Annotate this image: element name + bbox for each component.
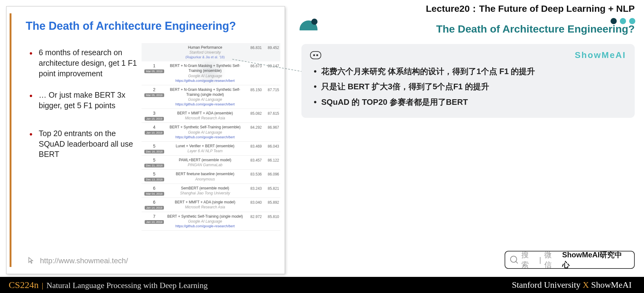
- lb-rank: 7: [153, 214, 156, 219]
- lb-org: Microsoft Research Asia: [166, 205, 244, 210]
- lb-date: Jan 15, 2019: [145, 117, 164, 121]
- lb-org: Anonymous: [166, 177, 244, 182]
- squad-leaderboard: Human Performance Stanford University (R…: [142, 43, 280, 231]
- lb-f1: 85.892: [262, 200, 279, 210]
- lb-em: 83.243: [244, 186, 262, 196]
- search-sep: |: [539, 255, 541, 264]
- search-bold: ShowMeAI研究中心: [562, 250, 629, 270]
- leaderboard-row: 5Dec 13, 2018BERT finetune baseline (ens…: [142, 170, 280, 184]
- leaderboard-header-row: Human Performance Stanford University (R…: [142, 43, 280, 61]
- lb-org: PINGAN GammaLab: [166, 162, 244, 167]
- course-name: Natural Language Processing with Deep Le…: [46, 281, 208, 290]
- lb-link: https://github.com/google-research/bert: [166, 78, 244, 83]
- search-hint-2: 微信: [544, 250, 559, 270]
- lb-em: 84.292: [244, 125, 262, 139]
- lb-rank: 6: [153, 186, 156, 191]
- lb-rank: 1: [153, 63, 156, 68]
- card-bullet: 只是让 BERT 扩大3倍，得到了5个点F1 的提升: [312, 79, 626, 94]
- lb-f1: 86.043: [262, 144, 279, 153]
- lb-org: Google AI Language: [166, 130, 244, 135]
- lb-name: BERT + Synthetic Self-Training (ensemble…: [166, 125, 244, 130]
- lb-f1: 87.715: [262, 87, 279, 107]
- lb-em: 83.469: [244, 144, 262, 153]
- card-bullet: SQuAD 的 TOP20 参赛者都是用了BERT: [312, 95, 626, 110]
- leaderboard-row: 4Jan 10, 2019BERT + Synthetic Self-Train…: [142, 123, 280, 141]
- lb-link: https://github.com/google-research/bert: [166, 135, 244, 140]
- lb-f1: 89.452: [262, 45, 279, 60]
- leaderboard-row: 6Jan 14, 2019BERT + MMFT + ADA (single m…: [142, 198, 280, 212]
- lb-f1: 85.810: [262, 214, 279, 229]
- slide-footer-link: http://www.showmeai.tech/: [27, 256, 128, 265]
- footer-brand: ShowMeAI: [591, 280, 632, 290]
- lb-name: BERT + N-Gram Masking + Synthetic Self-T…: [166, 63, 244, 73]
- lb-f1: 86.122: [262, 158, 279, 167]
- lb-em: 83.536: [244, 171, 262, 181]
- slide-bullets: 6 months of research on architecture des…: [29, 47, 141, 171]
- lb-rank: 6: [153, 200, 156, 205]
- lb-em: 82.972: [244, 214, 262, 229]
- slide-title: The Death of Architecture Engineering?: [26, 20, 236, 33]
- leaderboard-row: 5Dec 21, 2018PAML+BERT (ensemble model)P…: [142, 156, 280, 170]
- footer-uni: Stanford University: [512, 280, 580, 290]
- lb-em: 85.150: [244, 87, 262, 107]
- lb-date: Dec 21, 2018: [144, 164, 164, 167]
- lb-rank: 2: [153, 87, 156, 92]
- lb-rank: 5: [153, 171, 156, 176]
- lb-rank: 3: [153, 111, 156, 116]
- embedded-slide: The Death of Architecture Engineering? 6…: [6, 6, 285, 274]
- lb-date: Mar 05, 2019: [144, 93, 164, 97]
- lb-rank: 5: [153, 158, 156, 162]
- leaderboard-row: 3Jan 15, 2019BERT + MMFT + ADA (ensemble…: [142, 109, 280, 123]
- slide-bullet: Top 20 entrants on the SQuAD leaderboard…: [29, 128, 141, 160]
- footer-bar: CS224n | Natural Language Processing wit…: [0, 277, 644, 293]
- lb-date: Mar 05, 2019: [144, 69, 164, 73]
- brand-label: ShowMeAI: [575, 50, 626, 60]
- lb-org: Stanford University: [166, 50, 244, 55]
- search-box[interactable]: 搜索 | 微信 ShowMeAI研究中心: [505, 251, 635, 269]
- lb-f1: 87.615: [262, 111, 279, 121]
- lb-org: Google AI Language: [166, 73, 244, 78]
- card-bullets: 花费六个月来研究 体系结构的设计，得到了1个点 F1 的提升 只是让 BERT …: [310, 64, 626, 110]
- lb-rank: 4: [153, 125, 156, 130]
- search-hint-1: 搜索: [521, 250, 536, 270]
- lb-em: 83.457: [244, 158, 262, 167]
- footer-right: Stanford University X ShowMeAI: [512, 280, 632, 290]
- leaderboard-row: 2Mar 05, 2019BERT + N-Gram Masking + Syn…: [142, 85, 280, 109]
- lb-link: https://github.com/google-research/bert: [166, 102, 244, 107]
- slide-bullet: 6 months of research on architecture des…: [29, 47, 141, 79]
- decorative-swoosh: [300, 19, 318, 37]
- ai-icon: [310, 51, 321, 59]
- lb-em: 86.831: [244, 45, 262, 60]
- lb-date: Dec 13, 2018: [144, 178, 164, 181]
- lb-em: 86.673: [244, 63, 262, 83]
- lb-date: Jan 10, 2019: [145, 131, 164, 135]
- footer-x: X: [583, 280, 589, 290]
- lb-org: Google AI Language: [166, 219, 244, 224]
- lecture-title: Lecture20：The Future of Deep Learning + …: [426, 2, 635, 15]
- lb-name: Human Performance: [166, 45, 244, 50]
- lb-name: SemBERT (ensemble model): [166, 186, 244, 191]
- lb-link: https://github.com/google-research/bert: [166, 224, 244, 229]
- lb-org: Microsoft Research Asia: [166, 116, 244, 121]
- lb-name: BERT + MMFT + ADA (ensemble): [166, 111, 244, 116]
- section-title: The Death of Architecture Engineering?: [321, 23, 635, 35]
- lb-name: Lunet + Verifier + BERT (ensemble): [166, 144, 244, 149]
- leaderboard-row: 6Mar 04, 2019SemBERT (ensemble model)Sha…: [142, 184, 280, 198]
- lb-org: Layer 6 AI NLP Team: [166, 149, 244, 153]
- lb-name: PAML+BERT (ensemble model): [166, 158, 244, 162]
- lb-org: Google AI Language: [166, 97, 244, 102]
- card-bullet: 花费六个月来研究 体系结构的设计，得到了1个点 F1 的提升: [312, 64, 626, 79]
- leaderboard-row: 5Dec 16, 2018Lunet + Verifier + BERT (en…: [142, 142, 280, 156]
- footer-divider: |: [42, 281, 43, 290]
- leaderboard-row: 1Mar 05, 2019BERT + N-Gram Masking + Syn…: [142, 61, 280, 85]
- lb-date: Dec 16, 2018: [144, 150, 164, 153]
- lb-date: Mar 04, 2019: [144, 192, 164, 196]
- lb-name: BERT + MMFT + ADA (single model): [166, 200, 244, 205]
- course-code: CS224n: [9, 280, 39, 290]
- lb-date: Jan 14, 2019: [145, 206, 164, 210]
- lb-rank: 5: [153, 144, 156, 149]
- lb-date: Jan 10, 2019: [145, 220, 164, 224]
- lb-em: 83.040: [244, 200, 262, 210]
- lb-em: 85.082: [244, 111, 262, 121]
- search-icon: [510, 256, 518, 264]
